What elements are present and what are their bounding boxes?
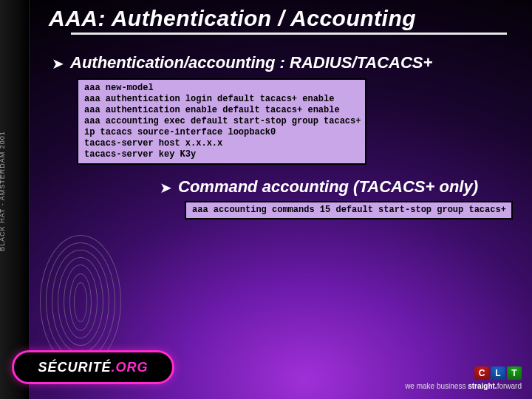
slide-body: AAA: Authentication / Accounting ➤ Authe…: [30, 0, 532, 399]
tagline-post: forward: [497, 382, 522, 390]
arrow-icon: ➤: [52, 56, 64, 71]
code-block-1: aaa new-model aaa authentication login d…: [77, 78, 366, 165]
code-block-2: aaa accounting commands 15 default start…: [185, 201, 513, 219]
footer-logo: C L T we make business straight.forward: [405, 366, 522, 390]
badge-t: T: [507, 366, 522, 380]
tagline-bold: straight.: [468, 382, 497, 390]
code-line: tacacs-server key K3y: [84, 149, 196, 160]
footer-tagline: we make business straight.forward: [405, 382, 522, 390]
bullet-1: ➤ Authentication/accounting : RADIUS/TAC…: [52, 53, 510, 72]
bullet-1-text: Authentication/accounting : RADIUS/TACAC…: [70, 53, 432, 72]
arrow-icon: ➤: [160, 180, 172, 195]
tagline-pre: we make business: [405, 382, 468, 390]
bullet-2-text: Command accounting (TACACS+ only): [178, 177, 478, 197]
badge-c: C: [474, 366, 489, 380]
logo-part-2: .ORG: [112, 360, 149, 375]
clt-badges: C L T: [405, 366, 522, 380]
slide-title: AAA: Authentication / Accounting: [49, 6, 507, 31]
logo-part-1: SÉCURITÉ: [38, 360, 111, 375]
code-line: aaa accounting exec default start-stop g…: [84, 116, 361, 126]
title-underline: [71, 33, 507, 35]
code-line: aaa new-model: [84, 83, 154, 93]
title-block: AAA: Authentication / Accounting: [49, 6, 507, 35]
code-line: tacacs-server host x.x.x.x: [84, 138, 222, 149]
sidebar-label: BLACK HAT - AMSTERDAM 2001: [0, 131, 6, 251]
code-line: aaa accounting commands 15 default start…: [192, 205, 506, 215]
code-line: aaa authentication enable default tacacs…: [84, 105, 340, 115]
code-line: ip tacacs source-interface loopback0: [84, 127, 276, 137]
securite-logo: SÉCURITÉ.ORG: [12, 350, 174, 384]
code-line: aaa authentication login default tacacs+…: [84, 94, 334, 104]
bullet-2: ➤ Command accounting (TACACS+ only): [160, 177, 522, 197]
badge-l: L: [491, 366, 505, 380]
logo-text: SÉCURITÉ.ORG: [38, 360, 148, 375]
